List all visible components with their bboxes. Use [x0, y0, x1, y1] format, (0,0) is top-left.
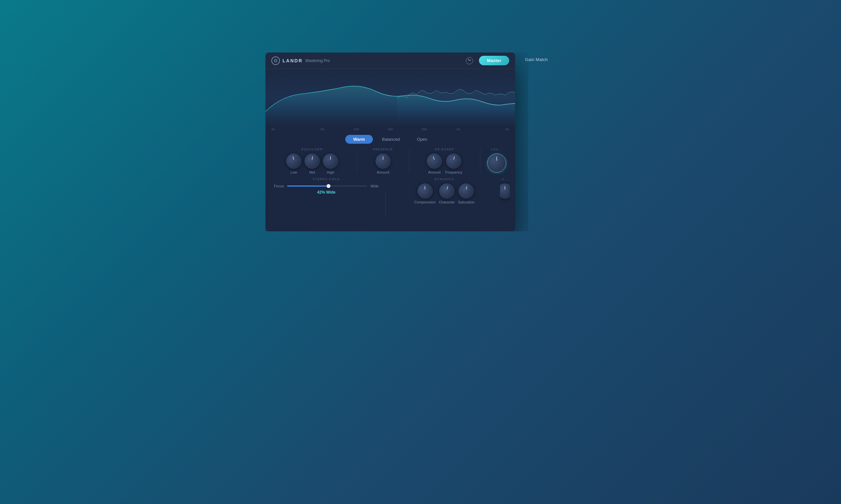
stereo-slider-fill	[287, 185, 328, 187]
character-label: Character	[439, 200, 455, 204]
focus-label: Focus	[274, 184, 285, 188]
product-name: Mastering Pro	[306, 58, 330, 63]
de-esser-freq-label: Frequency	[445, 170, 462, 174]
de-esser-section: DE-ESSER Amount Frequency	[413, 148, 477, 174]
saturation-container: Saturation	[458, 183, 474, 204]
louder-label: LOU...	[491, 148, 502, 151]
eq-mid-knob[interactable]	[305, 154, 320, 169]
equalizer-section: EQUALIZER Low Mid	[271, 148, 354, 174]
freq-labels-row: 20 50 100 200 500 1K 2K	[265, 126, 515, 133]
divider-4	[385, 193, 386, 216]
mode-balanced-button[interactable]: Balanced	[374, 135, 408, 144]
de-esser-knobs: Amount Frequency	[427, 154, 462, 174]
plugin-header: LANDR Mastering Pro Master	[265, 53, 515, 69]
eq-high-label: High	[327, 170, 334, 174]
compression-knob[interactable]	[417, 183, 433, 199]
presence-amount-knob[interactable]	[376, 154, 391, 169]
compression-label: Compression	[414, 200, 435, 204]
de-esser-amount-knob[interactable]	[427, 154, 442, 169]
dynamics-section: DYNAMICS Compression Character	[389, 178, 500, 231]
eq-high-knob[interactable]	[323, 154, 338, 169]
character-knob[interactable]	[439, 183, 454, 199]
clock-icon[interactable]	[466, 57, 473, 64]
presence-section: PRESENCE Amount	[360, 148, 406, 174]
controls-row: EQUALIZER Low Mid	[265, 148, 515, 174]
equalizer-label: EQUALIZER	[302, 148, 323, 151]
stereo-value: 42% Wide	[317, 190, 336, 195]
de-esser-amount-label: Amount	[428, 170, 441, 174]
presence-label: PRESENCE	[373, 148, 393, 151]
logo-circle	[271, 56, 280, 65]
eq-high-container: High	[323, 154, 338, 174]
freq-50: 50	[305, 127, 339, 131]
dynamics-knobs: Compression Character Satura	[414, 183, 474, 204]
equalizer-knobs: Low Mid High	[286, 154, 338, 174]
mode-warm-button[interactable]: Warm	[345, 135, 373, 144]
saturation-knob[interactable]	[459, 183, 474, 199]
louder-knob-large[interactable]	[487, 154, 506, 173]
dynamics-label: DYNAMICS	[435, 178, 454, 181]
stereo-value-row: 42% Wide	[271, 190, 382, 195]
de-esser-freq-container: Frequency	[445, 154, 462, 174]
mode-open-button[interactable]: Open	[409, 135, 435, 144]
spectrum-display	[265, 69, 515, 126]
wide-label: Wide	[370, 184, 379, 188]
brand-name: LANDR	[282, 58, 303, 63]
gain-match-label[interactable]: Gain Match	[525, 57, 548, 62]
eq-low-knob[interactable]	[286, 154, 301, 169]
plugin-window: LANDR Mastering Pro Master	[265, 53, 515, 231]
saturation-label: Saturation	[458, 200, 474, 204]
freq-500: 500	[407, 127, 441, 131]
bottom-row: STEREO FIELD Focus Wide 42% Wide	[265, 174, 515, 231]
character-container: Character	[439, 183, 455, 204]
divider-2	[409, 149, 409, 173]
freq-2k: 2K	[475, 127, 509, 131]
stereo-slider-row: Focus Wide	[271, 184, 382, 188]
freq-1k: 1K	[441, 127, 475, 131]
de-esser-freq-knob[interactable]	[446, 154, 461, 169]
freq-20: 20	[271, 127, 305, 131]
amount-knob-partial[interactable]	[500, 183, 510, 199]
presence-amount-label: Amount	[377, 170, 389, 174]
presence-amount-container: Amount	[376, 154, 391, 174]
master-button[interactable]: Master	[479, 56, 509, 65]
stereo-field-section: STEREO FIELD Focus Wide 42% Wide	[271, 178, 382, 231]
de-esser-label: DE-ESSER	[435, 148, 454, 151]
plugin-window-outer: LANDR Mastering Pro Master	[265, 53, 528, 231]
eq-low-label: Low	[290, 170, 297, 174]
eq-mid-label: Mid	[309, 170, 315, 174]
presence-knobs: Amount	[376, 154, 391, 174]
freq-100: 100	[339, 127, 373, 131]
freq-200: 200	[373, 127, 407, 131]
louder-section-partial: LOU...	[484, 148, 510, 174]
eq-mid-container: Mid	[305, 154, 320, 174]
spectrum-svg	[265, 69, 515, 126]
compression-container: Compression	[414, 183, 435, 204]
stereo-field-label: STEREO FIELD	[271, 178, 382, 181]
mode-buttons-row: Warm Balanced Open	[265, 133, 515, 148]
de-esser-amount-container: Amount	[427, 154, 442, 174]
eq-low-container: Low	[286, 154, 301, 174]
divider-3	[480, 149, 480, 173]
stereo-slider-thumb[interactable]	[327, 184, 330, 188]
stereo-slider-track[interactable]	[287, 185, 367, 187]
amount-partial: A...	[500, 178, 510, 231]
